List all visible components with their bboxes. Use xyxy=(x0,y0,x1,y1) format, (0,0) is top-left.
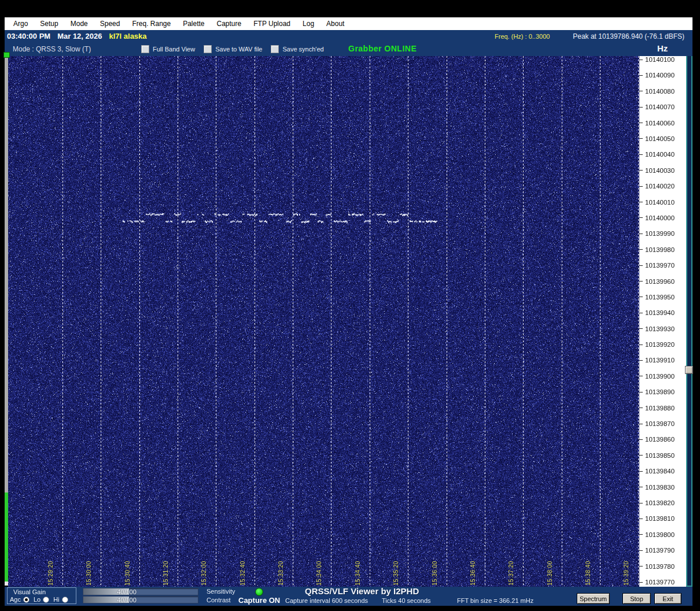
menu-item-setup[interactable]: Setup xyxy=(40,20,58,28)
tick-mark-icon xyxy=(639,487,643,487)
checkbox-save-to-wav-file[interactable]: Save to WAV file xyxy=(204,45,262,53)
contrast-slider[interactable]: 40/100 xyxy=(83,596,198,603)
freq-label-row: 10140030 xyxy=(639,166,675,175)
tick-mark-icon xyxy=(639,566,643,566)
freq-label-row: 10139980 xyxy=(639,246,675,254)
freq-label: 10139860 xyxy=(645,436,675,443)
tick-mark-icon xyxy=(639,170,643,171)
tick-mark-icon xyxy=(639,297,643,297)
freq-label-row: 10139780 xyxy=(639,562,675,571)
freq-label-row: 10139860 xyxy=(639,435,675,443)
radio-label: Hi xyxy=(53,596,59,603)
menu-item-capture[interactable]: Capture xyxy=(217,20,242,28)
freq-label-row: 10140000 xyxy=(639,214,675,222)
capture-led-icon xyxy=(255,588,263,596)
freq-label-row: 10139900 xyxy=(639,372,675,380)
freq-label: 10140090 xyxy=(645,72,675,79)
mode-label: Mode : QRSS 3, Slow (T) xyxy=(13,45,91,53)
freq-label: 10140030 xyxy=(645,167,675,174)
tick-mark-icon xyxy=(639,550,643,551)
freq-label-row: 10139770 xyxy=(639,578,675,586)
radio-dot xyxy=(25,598,28,601)
visual-gain-options: AgcLoHi xyxy=(10,596,76,603)
menu-item-argo[interactable]: Argo xyxy=(13,20,28,28)
freq-label: 10139850 xyxy=(645,452,675,459)
spectrum-button[interactable]: Spectrum xyxy=(577,593,610,604)
checkbox-label: Save synch'ed xyxy=(282,46,323,53)
capture-progress-thumb[interactable] xyxy=(3,52,10,58)
freq-label-row: 10139790 xyxy=(639,546,675,554)
freq-label: 10139990 xyxy=(645,230,675,237)
menu-item-mode[interactable]: Mode xyxy=(71,20,88,28)
tick-mark-icon xyxy=(639,471,643,472)
freq-label: 10139960 xyxy=(645,278,675,285)
tick-mark-icon xyxy=(639,138,643,139)
menu-item-speed[interactable]: Speed xyxy=(100,20,120,28)
freq-scrollbar-track[interactable] xyxy=(686,56,692,587)
tick-mark-icon xyxy=(639,376,643,376)
checkbox-label: Save to WAV file xyxy=(215,46,262,53)
freq-label: 10139790 xyxy=(645,547,675,554)
tick-mark-icon xyxy=(639,186,643,187)
freq-label: 10139810 xyxy=(645,515,675,522)
radio-circle[interactable] xyxy=(43,597,49,603)
peak-readout: Peak at 10139786.940 (-76.1 dBFS) xyxy=(573,32,684,40)
waterfall-display xyxy=(8,56,639,587)
freq-label-row: 10139880 xyxy=(639,404,675,412)
checkbox-box[interactable] xyxy=(271,45,279,53)
sensitivity-slider[interactable]: 40/100 xyxy=(83,588,198,595)
radio-hi[interactable]: Hi xyxy=(53,596,68,603)
checkbox-save-synch-ed[interactable]: Save synch'ed xyxy=(271,45,323,53)
hz-unit-label: Hz xyxy=(657,43,668,53)
stop-button[interactable]: Stop xyxy=(622,593,651,604)
freq-label: 10140070 xyxy=(645,103,675,110)
tick-mark-icon xyxy=(639,91,643,91)
checkbox-box[interactable] xyxy=(204,45,212,53)
freq-label: 10140020 xyxy=(645,183,675,190)
clock-date: Mar 12, 2026 xyxy=(57,32,102,40)
freq-label-row: 10139930 xyxy=(639,325,675,333)
radio-lo[interactable]: Lo xyxy=(34,596,49,603)
freq-label-row: 10139810 xyxy=(639,514,675,523)
freq-label-row: 10139960 xyxy=(639,277,675,286)
menu-item-ftp-upload[interactable]: FTP Upload xyxy=(253,20,290,28)
freq-label: 10139880 xyxy=(645,405,675,412)
exit-button[interactable]: Exit xyxy=(654,593,681,604)
radio-agc[interactable]: Agc xyxy=(10,596,30,603)
contrast-label: Contrast xyxy=(207,597,231,603)
tick-mark-icon xyxy=(639,519,643,519)
tick-mark-icon xyxy=(639,154,643,155)
tick-mark-icon xyxy=(639,534,643,535)
freq-scale: 1014010010140090101400801014007010140060… xyxy=(639,56,686,587)
menu-item-freq-range[interactable]: Freq. Range xyxy=(132,20,171,28)
radio-circle[interactable] xyxy=(62,597,68,603)
freq-label: 10140060 xyxy=(645,120,675,127)
menu-item-palette[interactable]: Palette xyxy=(183,20,204,28)
info-bar: 03:40:00 PM Mar 12, 2026 kl7l alaska Fre… xyxy=(5,30,692,43)
freq-label-row: 10139970 xyxy=(639,261,675,269)
freq-label-row: 10140020 xyxy=(639,182,675,190)
capture-status: Capture ON xyxy=(238,596,280,605)
checkbox-full-band-view[interactable]: Full Band View xyxy=(141,45,195,53)
freq-label-row: 10140060 xyxy=(639,119,675,127)
checkbox-box[interactable] xyxy=(141,45,149,53)
freq-label-row: 10139850 xyxy=(639,451,675,460)
freq-label-row: 10139940 xyxy=(639,309,675,317)
menu-item-log[interactable]: Log xyxy=(303,20,314,28)
fft-bin-label: FFT bin size = 366.21 mHz xyxy=(457,597,533,604)
freq-label-row: 10139800 xyxy=(639,531,675,539)
clock-time: 03:40:00 PM xyxy=(7,32,50,40)
tick-mark-icon xyxy=(639,281,643,282)
freq-scrollbar-thumb[interactable] xyxy=(685,366,693,374)
mode-bar: Mode : QRSS 3, Slow (T) Full Band ViewSa… xyxy=(5,43,692,56)
freq-label-row: 10140100 xyxy=(639,55,675,64)
radio-circle[interactable] xyxy=(23,597,30,603)
menu-item-about[interactable]: About xyxy=(326,20,344,28)
freq-range-readout: Freq. (Hz) : 0..3000 xyxy=(495,33,550,40)
freq-label: 10139830 xyxy=(645,484,675,491)
tick-mark-icon xyxy=(639,234,643,234)
visual-gain-label: Visual Gain xyxy=(13,588,76,595)
freq-label-row: 10139820 xyxy=(639,499,675,507)
freq-label-row: 10139830 xyxy=(639,483,675,491)
freq-label: 10139840 xyxy=(645,468,675,475)
